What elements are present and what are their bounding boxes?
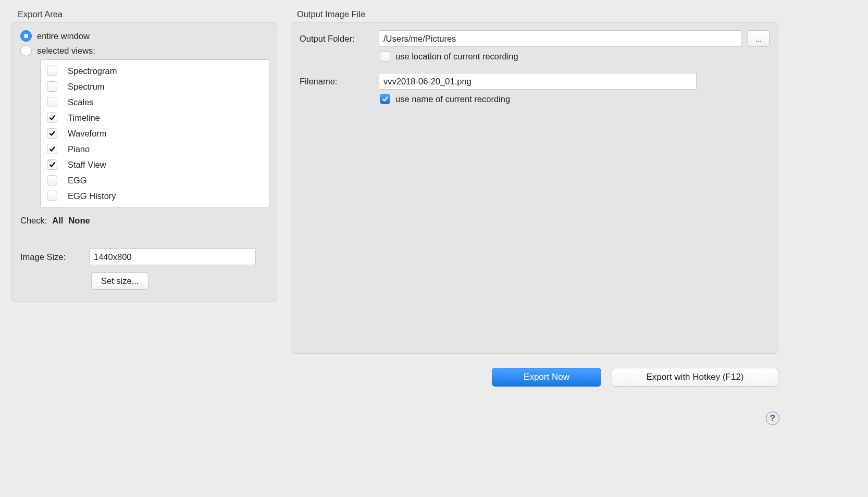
check-all-button[interactable]: All — [52, 216, 63, 226]
output-folder-label: Output Folder: — [300, 34, 373, 44]
radio-selected-views[interactable] — [20, 45, 32, 56]
browse-folder-button[interactable]: ... — [748, 30, 770, 47]
export-area-group: entire window selected views: Spectrogra… — [11, 22, 277, 302]
view-item-label: Staff View — [65, 160, 106, 170]
view-item-label: Piano — [65, 144, 90, 154]
view-checkbox[interactable] — [47, 66, 57, 76]
check-label: Check: — [20, 216, 47, 226]
use-location-row[interactable]: use location of current recording — [380, 51, 770, 61]
set-size-button[interactable]: Set size... — [91, 272, 148, 290]
view-item-label: Timeline — [65, 113, 100, 123]
views-list: SpectrogramSpectrumScalesTimelineWavefor… — [40, 59, 269, 207]
radio-entire-window-label: entire window — [37, 31, 90, 41]
radio-selected-views-row[interactable]: selected views: — [20, 45, 268, 56]
output-file-group-label: Output Image File — [291, 9, 778, 19]
view-item[interactable]: EGG History — [46, 188, 264, 204]
view-item-label: EGG — [65, 176, 87, 185]
check-none-button[interactable]: None — [68, 216, 90, 226]
view-item-label: Spectrogram — [65, 66, 117, 76]
view-checkbox[interactable] — [47, 191, 57, 201]
view-item[interactable]: Staff View — [46, 157, 264, 172]
view-item[interactable]: Scales — [46, 94, 264, 110]
check-icon — [48, 130, 56, 137]
use-location-checkbox[interactable] — [380, 51, 390, 61]
radio-entire-window-row[interactable]: entire window — [20, 30, 268, 42]
view-item-label: EGG History — [65, 191, 116, 201]
output-folder-input[interactable] — [379, 30, 741, 47]
use-name-row[interactable]: use name of current recording — [380, 94, 770, 104]
view-item-label: Scales — [65, 97, 94, 107]
view-item[interactable]: Waveform — [46, 126, 264, 141]
use-location-label: use location of current recording — [395, 52, 518, 61]
help-button[interactable]: ? — [766, 412, 779, 425]
view-checkbox[interactable] — [47, 159, 57, 170]
footer-buttons: Export Now Export with Hotkey (F12) — [492, 368, 778, 387]
image-size-input[interactable] — [89, 249, 256, 265]
radio-entire-window[interactable] — [20, 30, 32, 42]
check-icon — [381, 95, 389, 103]
output-file-group: Output Folder: ... use location of curre… — [291, 22, 778, 354]
view-item[interactable]: Spectrogram — [46, 63, 264, 79]
view-item[interactable]: EGG — [46, 172, 264, 188]
use-name-label: use name of current recording — [395, 94, 510, 104]
view-checkbox[interactable] — [47, 81, 57, 92]
question-icon: ? — [770, 413, 775, 424]
view-item[interactable]: Timeline — [46, 110, 264, 126]
view-item[interactable]: Spectrum — [46, 79, 264, 94]
radio-selected-views-label: selected views: — [37, 46, 95, 56]
view-checkbox[interactable] — [47, 175, 57, 185]
view-item-label: Waveform — [65, 129, 107, 139]
filename-input[interactable] — [379, 73, 697, 90]
view-item[interactable]: Piano — [46, 141, 264, 157]
check-icon — [48, 145, 56, 153]
view-checkbox[interactable] — [47, 97, 57, 107]
view-checkbox[interactable] — [47, 113, 57, 123]
check-icon — [48, 161, 56, 168]
export-hotkey-button[interactable]: Export with Hotkey (F12) — [612, 368, 778, 387]
view-item-label: Spectrum — [65, 82, 105, 92]
view-checkbox[interactable] — [47, 128, 57, 139]
view-checkbox[interactable] — [47, 144, 57, 154]
export-now-button[interactable]: Export Now — [492, 368, 601, 387]
image-size-label: Image Size: — [20, 252, 82, 262]
check-icon — [48, 114, 56, 121]
use-name-checkbox[interactable] — [380, 94, 390, 104]
filename-label: Filename: — [300, 77, 373, 86]
export-area-group-label: Export Area — [11, 9, 277, 19]
